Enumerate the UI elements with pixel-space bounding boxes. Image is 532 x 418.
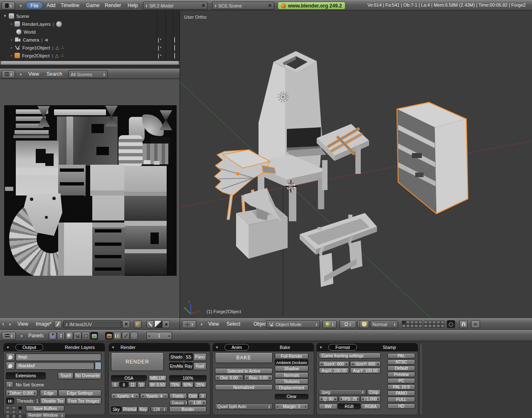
editor-type-stepper-icon[interactable]: ▲▼ bbox=[2, 322, 4, 326]
header-collapse-icon[interactable]: ▼ bbox=[20, 334, 23, 338]
screen-selector[interactable]: ▲▼ SR:2-Model ✕ bbox=[143, 2, 208, 10]
stepper-right-icon[interactable]: ▸ bbox=[305, 405, 307, 408]
stepper-left-icon[interactable]: ◂ bbox=[142, 394, 143, 398]
set-scene-dropdown[interactable]: ▲▼ No Set Scene bbox=[6, 381, 44, 388]
mode-dropdown[interactable]: Object Mode ▲▼ bbox=[266, 320, 320, 328]
crop-toggle[interactable]: Crop bbox=[367, 389, 381, 395]
stepper-left-icon[interactable]: ◂ bbox=[113, 394, 114, 398]
yparts-stepper[interactable]: ◂Yparts: 4▸ bbox=[140, 393, 168, 399]
osa-5-toggle[interactable]: 5 bbox=[111, 382, 119, 388]
menu-add[interactable]: Add bbox=[47, 0, 55, 11]
visibility-eye-icon[interactable] bbox=[158, 46, 159, 51]
tab-anim[interactable]: Anim bbox=[224, 344, 249, 351]
output-path-field[interactable]: /tmp\ bbox=[15, 353, 101, 361]
viewport-3d[interactable]: z x User Ortho (1) Forge2Object bbox=[180, 10, 532, 318]
stepper-left-icon[interactable]: ◂ bbox=[217, 376, 218, 380]
touch-toggle[interactable]: Touch bbox=[58, 372, 74, 379]
stepper-left-icon[interactable]: ◂ bbox=[7, 391, 9, 395]
outliner-scrollbar[interactable] bbox=[0, 60, 180, 65]
menu-search[interactable]: Search bbox=[47, 69, 62, 79]
fps-base-stepper[interactable]: ◂/ 1.000▸ bbox=[360, 396, 381, 402]
stepper-right-icon[interactable]: ▸ bbox=[357, 397, 359, 401]
osa-toggle[interactable]: OSA bbox=[111, 375, 147, 381]
panel-collapse-icon[interactable]: ▼ bbox=[6, 346, 10, 349]
stepper-right-icon[interactable]: ▸ bbox=[136, 394, 138, 398]
xparts-stepper[interactable]: ◂Xparts: 4▸ bbox=[111, 393, 139, 399]
preset-hd-button[interactable]: HD bbox=[387, 403, 415, 409]
edge-toggle[interactable]: Edge bbox=[40, 390, 58, 396]
stepper-left-icon[interactable]: ◂ bbox=[148, 334, 150, 338]
texture-paint-button[interactable] bbox=[146, 320, 154, 328]
logic-context-button[interactable] bbox=[49, 332, 57, 340]
bw-toggle[interactable]: BW bbox=[319, 403, 337, 409]
menu-render[interactable]: Render bbox=[105, 0, 121, 11]
scene-context-button[interactable] bbox=[90, 332, 98, 340]
preset-ntsc-button[interactable]: NTSC bbox=[387, 359, 415, 365]
menu-panels[interactable]: Panels bbox=[28, 331, 44, 341]
codec-dropdown[interactable]: Jpeg ▲▼ bbox=[319, 389, 366, 395]
stepper-right-icon[interactable]: ▸ bbox=[240, 376, 241, 380]
stepper-right-icon[interactable]: ▸ bbox=[335, 397, 336, 401]
osa-11-toggle[interactable]: 11 bbox=[128, 382, 137, 388]
stepper-left-icon[interactable]: ◂ bbox=[320, 362, 322, 366]
header-collapse-icon[interactable]: ▼ bbox=[8, 323, 12, 326]
stepper-left-icon[interactable]: ◂ bbox=[276, 405, 278, 408]
ray-toggle[interactable]: Ray bbox=[184, 362, 193, 370]
quality-stepper[interactable]: ◂Q: 90▸ bbox=[319, 396, 338, 402]
preset-pal169-button[interactable]: PAL 16:9 bbox=[387, 384, 415, 390]
preset-pano-button[interactable]: PANO bbox=[387, 391, 415, 396]
header-collapse-icon[interactable]: ▼ bbox=[200, 323, 203, 326]
uv-dot-button[interactable] bbox=[162, 320, 170, 328]
textures-toggle[interactable]: Textures bbox=[275, 378, 308, 384]
blender-version-badge[interactable]: www.blender.org 249.2 bbox=[278, 2, 345, 10]
rgba-toggle[interactable]: RGBA bbox=[361, 403, 381, 409]
draw-mode-button[interactable]: ▲▼ bbox=[323, 320, 337, 328]
stepper-left-icon[interactable]: ◂ bbox=[352, 362, 353, 366]
stepper-right-icon[interactable]: ▸ bbox=[34, 391, 36, 395]
menu-timeline[interactable]: Timeline bbox=[61, 0, 79, 11]
close-icon[interactable]: ✕ bbox=[268, 3, 272, 8]
script-context-button[interactable] bbox=[57, 332, 65, 340]
bake-dist-stepper[interactable]: ◂Dist: 0.00▸ bbox=[215, 375, 243, 381]
blur-factor-field[interactable]: Bf: 0.50 bbox=[148, 382, 167, 388]
orientation-dropdown[interactable]: Normal ▲▼ bbox=[370, 320, 398, 328]
layer-buttons-group-1[interactable] bbox=[402, 321, 422, 328]
anim-subcontext-button[interactable] bbox=[122, 332, 130, 340]
render-preview-button[interactable] bbox=[471, 320, 480, 328]
sizex-stepper[interactable]: ◂SizeX: 800▸ bbox=[319, 361, 349, 367]
pano-toggle[interactable]: Pano bbox=[193, 353, 207, 361]
renderability-icon[interactable] bbox=[174, 45, 175, 50]
sound-subcontext-button[interactable] bbox=[130, 332, 138, 340]
expand-icon[interactable]: ▸ bbox=[11, 54, 12, 57]
pivot-button[interactable]: Ω ▲▼ bbox=[340, 320, 356, 328]
menu-view[interactable]: View bbox=[17, 319, 28, 329]
preset-default-button[interactable]: Default bbox=[387, 366, 415, 371]
browse-backbuf-button[interactable] bbox=[6, 362, 15, 370]
stepper-left-icon[interactable]: ◂ bbox=[246, 376, 247, 380]
save-buffers-toggle[interactable]: Save Buffers bbox=[26, 406, 64, 411]
osa-8-toggle[interactable]: 8 bbox=[120, 382, 128, 388]
radio-toggle[interactable]: Radi bbox=[193, 362, 207, 370]
close-icon[interactable]: ✕ bbox=[202, 3, 205, 8]
header-collapse-icon[interactable]: ▼ bbox=[19, 73, 22, 77]
stepper-right-icon[interactable]: ▸ bbox=[346, 362, 347, 366]
image-datablock-field[interactable]: ▲▼ IM:test2UV bbox=[63, 320, 121, 328]
ssao-toggle[interactable]: SS bbox=[184, 353, 193, 361]
menu-image[interactable]: Image* bbox=[36, 319, 52, 329]
renderability-icon[interactable] bbox=[174, 53, 175, 58]
aspx-field[interactable]: AspX: 100.00 bbox=[319, 368, 349, 373]
visibility-eye-icon[interactable] bbox=[158, 38, 159, 43]
mblur-toggle[interactable]: MBLUR bbox=[148, 375, 167, 381]
threads-auto-button[interactable] bbox=[6, 398, 14, 404]
tab-render-layers[interactable]: Render Layers bbox=[65, 345, 95, 350]
key-toggle[interactable]: Key bbox=[138, 406, 148, 412]
full-render-toggle[interactable]: Full Render bbox=[275, 353, 308, 359]
margin-stepper[interactable]: ◂Margin: 2▸ bbox=[275, 403, 308, 410]
panel-collapse-icon[interactable]: ▼ bbox=[319, 346, 323, 349]
stepper-left-icon[interactable]: ◂ bbox=[190, 401, 191, 405]
scene-selector[interactable]: ▲▼ SCE:Scene ✕ bbox=[212, 2, 274, 10]
bit-depth-dropdown[interactable]: 128 ▲▼ bbox=[150, 406, 168, 412]
osa-16-toggle[interactable]: 16 bbox=[137, 382, 145, 388]
aspy-field[interactable]: AspY: 100.00 bbox=[350, 368, 381, 373]
tab-format[interactable]: Format bbox=[328, 344, 357, 351]
